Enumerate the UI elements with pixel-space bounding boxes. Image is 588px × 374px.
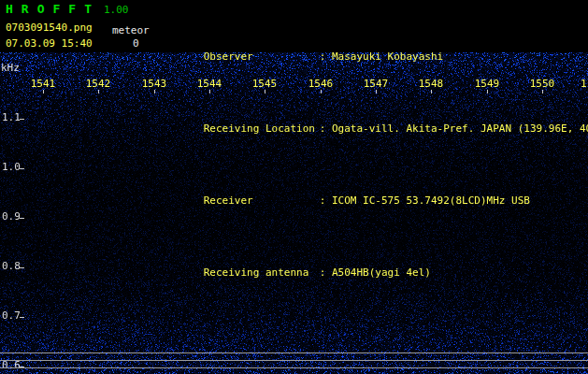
time-tick-label: 1541: [28, 79, 58, 89]
time-tick-mark: [209, 90, 210, 94]
freq-tick-mark: [20, 267, 24, 268]
time-tick-mark: [321, 90, 322, 94]
colon-separator: :: [320, 122, 332, 135]
time-tick-label: 1547: [361, 79, 391, 89]
time-tick-label: 1542: [83, 79, 113, 89]
station-row-label: Receiving Location: [204, 122, 320, 135]
time-tick-mark: [542, 90, 543, 94]
time-tick-mark: [43, 90, 44, 94]
station-row-antenna: Receiving antenna: A504HB(yagi 4el): [166, 254, 588, 291]
freq-tick-label: 0.9: [2, 211, 21, 222]
station-row-label: Observer: [204, 50, 320, 63]
station-row-value: A504HB(yagi 4el): [332, 266, 431, 279]
freq-tick-label: 1.0: [2, 162, 21, 172]
freq-tick-label: 0.8: [2, 261, 21, 271]
station-row-value: Ogata-vill. Akita-Pref. JAPAN (139.96E, …: [332, 122, 588, 135]
time-tick-mark: [98, 90, 99, 94]
station-row-value: ICOM IC-575 53.7492(8LCD)MHz USB: [332, 194, 530, 207]
freq-tick-mark: [20, 317, 24, 318]
time-tick-mark: [154, 90, 155, 94]
station-row-receiver: Receiver: ICOM IC-575 53.7492(8LCD)MHz U…: [166, 182, 588, 219]
hrofft-window: HROFFT 1.00 0703091540.png meteor 07.03.…: [0, 0, 588, 374]
time-tick-mark: [431, 90, 432, 94]
station-row-label: Receiving antenna: [204, 266, 320, 279]
time-tick-label: 1544: [194, 79, 224, 89]
time-tick-label: 1545: [250, 79, 280, 89]
signal-level-trace-line: [0, 367, 588, 368]
time-tick-label: 1548: [416, 79, 446, 89]
time-tick-mark: [487, 90, 488, 94]
app-title: HROFFT: [6, 2, 100, 16]
time-tick-label: 1546: [306, 79, 336, 89]
station-row-value: Masayuki Kobayashi: [332, 50, 443, 63]
time-tick-mark: [376, 90, 377, 94]
title-row: HROFFT 1.00: [6, 2, 128, 16]
app-version: 1.00: [104, 4, 129, 16]
time-tick-label: 1543: [139, 79, 169, 89]
colon-separator: :: [320, 194, 332, 207]
timestamp: 07.03.09 15:40: [6, 37, 93, 50]
station-row-label: Receiver: [204, 194, 320, 207]
station-row-location: Receiving Location: Ogata-vill. Akita-Pr…: [166, 110, 588, 147]
freq-axis-unit-label: kHz: [1, 62, 20, 74]
freq-tick-mark: [20, 168, 24, 169]
freq-tick-label: 0.7: [2, 310, 21, 321]
meteor-counter-value: 0: [133, 37, 139, 50]
time-tick-mark: [265, 90, 265, 94]
output-filename: 0703091540.png: [6, 22, 93, 34]
freq-tick-label: 0.6: [2, 360, 21, 370]
station-row-observer: Observer: Masayuki Kobayashi: [166, 38, 588, 75]
time-tick-label: 1549: [472, 79, 502, 89]
station-info: Observer: Masayuki Kobayashi Receiving L…: [166, 3, 588, 326]
time-tick-label-truncated: 1: [581, 79, 588, 89]
signal-level-trace-line: [0, 352, 588, 353]
freq-tick-label: 1.1: [2, 112, 21, 122]
freq-tick-mark: [20, 119, 24, 120]
time-tick-label: 1550: [527, 79, 557, 89]
signal-level-trace-line: [0, 360, 588, 361]
meteor-counter-label: meteor: [112, 24, 150, 36]
colon-separator: :: [320, 266, 332, 279]
colon-separator: :: [320, 50, 332, 63]
freq-tick-mark: [20, 218, 24, 219]
